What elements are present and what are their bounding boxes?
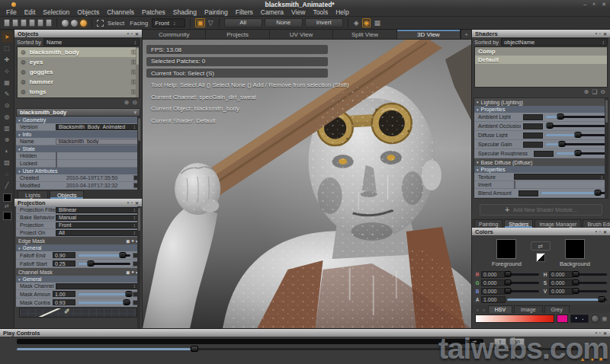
basic-shading-icon[interactable]	[71, 20, 78, 27]
eyedropper-icon[interactable]: ⊙	[2, 100, 13, 111]
ambient-light-field[interactable]	[523, 114, 543, 120]
geometry-section[interactable]: ▾Geometry	[16, 117, 140, 123]
move-tool-icon[interactable]: ⊹	[2, 65, 13, 77]
background-swatch-mini[interactable]	[3, 212, 11, 220]
mask-contrast-slider[interactable]	[78, 302, 130, 304]
mask-curve-widget[interactable]: ✐	[19, 308, 137, 318]
tab-brush-editor[interactable]: Brush Editor	[583, 219, 610, 228]
tab-painting[interactable]: Painting	[474, 219, 502, 228]
shader-row-comp[interactable]: Comp	[475, 47, 607, 56]
menu-help[interactable]: Help	[332, 8, 352, 16]
green-slider[interactable]	[507, 282, 539, 284]
falloff-start-slider[interactable]	[78, 263, 130, 265]
mask-view-icon[interactable]: ●	[131, 270, 134, 275]
new-project-icon[interactable]	[4, 19, 10, 27]
flat-shading-icon[interactable]	[62, 20, 69, 27]
tab-objects[interactable]: Objects	[50, 190, 84, 199]
visibility-eye-icon[interactable]: ⊙	[21, 69, 26, 75]
magenta-swatch[interactable]	[557, 315, 568, 323]
menu-tools[interactable]: Tools	[309, 8, 332, 16]
close-panel-icon[interactable]: ✕	[135, 200, 139, 206]
maximize-icon[interactable]: ˄	[592, 2, 596, 8]
visibility-eye-icon[interactable]: ⊙	[21, 78, 26, 85]
menu-objects[interactable]: Objects	[73, 8, 103, 16]
specular-roughness-slider[interactable]	[556, 152, 605, 155]
tab-projects[interactable]: Projects	[206, 30, 269, 39]
blue-slider[interactable]	[507, 290, 539, 292]
pin-icon[interactable]: ▪	[596, 31, 597, 37]
color-picker-icon[interactable]	[591, 315, 599, 323]
value-slider[interactable]	[575, 290, 607, 292]
select-invert-button[interactable]: Invert	[305, 18, 343, 27]
specular-gain-slider[interactable]	[545, 143, 605, 145]
menu-shading[interactable]: Shading	[169, 8, 201, 16]
mask-amount-field[interactable]: 1.00	[53, 291, 75, 297]
full-shading-icon[interactable]	[80, 20, 87, 27]
menu-file[interactable]: File	[2, 8, 21, 16]
paint-buffer-icon[interactable]: ◉	[362, 18, 371, 27]
timeline-knob[interactable]	[191, 346, 198, 352]
marquee-tool-icon[interactable]: ⬚	[2, 43, 13, 54]
shaders-sort-dropdown[interactable]: objectName ↕	[501, 38, 608, 46]
blend-amount-slider[interactable]	[541, 192, 605, 194]
save-as-icon[interactable]	[29, 19, 35, 27]
tab-lights[interactable]: Lights	[18, 190, 48, 199]
hue-slider[interactable]	[575, 273, 607, 276]
menu-selection[interactable]: Selection	[39, 8, 73, 16]
object-properties-header[interactable]: blacksmith_body ▾	[16, 108, 140, 117]
paint-through-icon[interactable]: ▣	[195, 18, 205, 27]
select-all-button[interactable]: All	[224, 18, 262, 27]
objects-scrollbar[interactable]	[136, 47, 139, 97]
color-gradient-bar[interactable]	[475, 315, 554, 323]
projection-scrollbar[interactable]	[137, 206, 140, 328]
duplicate-shader-icon[interactable]: ❏	[592, 88, 597, 96]
mask-contrast-field[interactable]: 0.93	[53, 299, 75, 305]
object-row-blacksmith-body[interactable]: ⊙ blacksmith_body ⚿	[18, 47, 139, 57]
add-shader-module-button[interactable]: + Add New Shader Module...	[480, 204, 602, 216]
transform-tool-icon[interactable]: ✚	[2, 54, 13, 65]
state-section[interactable]: ▾State	[16, 145, 140, 152]
diffuse-light-field[interactable]	[523, 133, 543, 139]
tab-hsv[interactable]: HSV	[488, 305, 512, 313]
tab-split-view[interactable]: Split View	[333, 30, 396, 39]
tab-image[interactable]: Image	[514, 305, 542, 313]
detach-icon[interactable]: ▫	[599, 229, 601, 235]
swap-colors-icon[interactable]: ⇄	[5, 203, 9, 209]
alpha-value-field[interactable]: 1.000	[481, 296, 506, 303]
symmetry-icon[interactable]: ▦	[373, 19, 381, 27]
filter-icon[interactable]: ▽	[207, 19, 214, 27]
red-slider[interactable]	[507, 273, 539, 276]
green-value-field[interactable]: 0.000	[481, 279, 506, 286]
tab-scroll-left-icon[interactable]: ‹	[475, 308, 480, 313]
channel-mask-section[interactable]: Channel Mask ◼●▾	[16, 268, 140, 276]
swap-colors-icon[interactable]: ⇄	[531, 241, 551, 251]
add-view-tab-icon[interactable]: +	[461, 30, 471, 39]
edge-mask-general-section[interactable]: ▾General	[16, 244, 140, 251]
menu-channels[interactable]: Channels	[103, 8, 138, 16]
remove-object-icon[interactable]: ⊖	[132, 99, 137, 107]
locked-checkbox[interactable]	[56, 159, 57, 168]
facing-dropdown[interactable]: Front ↕	[152, 18, 185, 27]
lighting-section[interactable]: ▾Lighting (Lighting)	[474, 98, 608, 106]
red-value-field[interactable]: 0.000	[481, 271, 506, 278]
shader-row-default[interactable]: Default	[475, 56, 607, 64]
falloff-start-field[interactable]: 0.25	[53, 260, 75, 267]
marquee-select-icon[interactable]	[97, 20, 104, 27]
falloff-end-slider[interactable]	[78, 254, 130, 257]
brush-settings-icon[interactable]: ◈	[353, 19, 360, 27]
mask-toggle-icon[interactable]: ◼	[126, 238, 130, 244]
ambient-light-slider[interactable]	[545, 116, 605, 118]
mask-view-icon[interactable]: ●	[131, 238, 134, 244]
tab-grey[interactable]: Grey	[544, 305, 570, 313]
object-row-hammer[interactable]: ⊙ hammer ⚿	[18, 77, 139, 87]
visibility-eye-icon[interactable]: ⊙	[21, 49, 26, 56]
select-none-button[interactable]: None	[265, 18, 303, 27]
close-icon[interactable]: ✕	[602, 2, 606, 8]
smear-tool-icon[interactable]: ◍	[2, 111, 13, 123]
saturation-slider[interactable]	[575, 282, 607, 284]
version-dropdown[interactable]: Blacksmith_Body_Animated↕	[56, 124, 139, 130]
menu-filters[interactable]: Filters	[232, 8, 257, 16]
detach-icon[interactable]: ▫	[131, 200, 133, 206]
mask-amount-slider[interactable]	[78, 293, 130, 295]
menu-view[interactable]: View	[287, 8, 309, 16]
